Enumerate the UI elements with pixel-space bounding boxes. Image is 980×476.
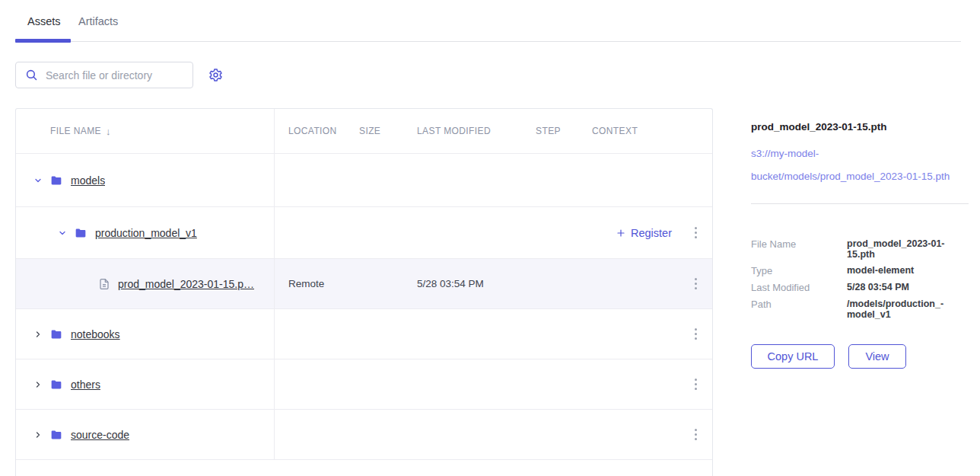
folder-link-notebooks[interactable]: notebooks [71, 328, 120, 340]
column-header-file-name[interactable]: FILE NAME ↓ [16, 109, 275, 153]
view-button[interactable]: View [848, 344, 906, 369]
folder-icon [74, 227, 88, 239]
row-menu-button[interactable] [687, 274, 704, 294]
folder-link-source-code[interactable]: source-code [71, 429, 129, 441]
detail-field-label: Type [751, 266, 847, 276]
row-menu-button[interactable] [687, 375, 704, 395]
chevron-down-icon[interactable] [58, 228, 67, 238]
gear-icon [208, 68, 223, 82]
detail-field-value: prod_model_2023-01- 15.pth [847, 239, 945, 260]
detail-field-file-name: File Name prod_model_2023-01- 15.pth [751, 239, 969, 260]
search-box [15, 62, 193, 88]
folder-link-others[interactable]: others [71, 379, 100, 391]
column-header-context: CONTEXT [578, 126, 676, 136]
register-button-label: Register [631, 227, 672, 239]
detail-field-type: Type model-element [751, 266, 969, 276]
column-header-size: SIZE [345, 126, 403, 136]
table-row-models: models [16, 153, 712, 206]
chevron-right-icon[interactable] [33, 330, 43, 339]
file-last-modified: 5/28 03:54 PM [403, 278, 522, 289]
column-header-file-name-label: FILE NAME [50, 126, 101, 136]
folder-icon [49, 379, 63, 391]
detail-field-value: model-element [847, 266, 914, 276]
detail-actions: Copy URL View [751, 344, 906, 369]
settings-button[interactable] [206, 65, 224, 84]
detail-field-label: File Name [751, 239, 847, 250]
folder-icon [49, 328, 63, 340]
table-header-row: FILE NAME ↓ LOCATION SIZE LAST MODIFIED … [16, 109, 712, 153]
column-header-location: LOCATION [275, 126, 345, 136]
copy-url-button[interactable]: Copy URL [751, 344, 835, 369]
sort-descending-icon[interactable]: ↓ [106, 126, 111, 137]
detail-field-label: Last Modified [751, 283, 847, 293]
chevron-down-icon[interactable] [33, 176, 43, 185]
detail-fields: File Name prod_model_2023-01- 15.pth Typ… [751, 239, 969, 326]
tab-artifacts[interactable]: Artifacts [78, 0, 118, 42]
file-link-prod-model[interactable]: prod_model_2023-01-15.p… [118, 278, 254, 290]
file-location: Remote [275, 278, 345, 289]
detail-field-path: Path /models/production_- model_v1 [751, 299, 969, 320]
row-menu-button[interactable] [687, 425, 704, 445]
detail-s3-url-link[interactable]: s3://my-model- bucket/models/prod_model_… [751, 142, 950, 188]
detail-file-title: prod_model_2023-01-15.pth [751, 121, 887, 133]
chevron-right-icon[interactable] [33, 380, 43, 389]
table-row-source-code: source-code [16, 409, 712, 459]
table-empty-space [16, 459, 712, 476]
plus-icon [616, 228, 625, 238]
detail-divider [751, 203, 969, 204]
search-icon [25, 69, 38, 81]
file-detail-panel: prod_model_2023-01-15.pth s3://my-model-… [751, 108, 972, 476]
register-button[interactable]: Register [616, 207, 672, 258]
search-input[interactable] [46, 69, 186, 81]
folder-link-production-model-v1[interactable]: production_model_v1 [95, 227, 197, 239]
detail-field-last-modified: Last Modified 5/28 03:54 PM [751, 283, 969, 293]
folder-icon [49, 174, 63, 187]
row-menu-button[interactable] [687, 223, 704, 243]
detail-field-label: Path [751, 299, 847, 310]
row-menu-button[interactable] [687, 324, 704, 344]
folder-link-models[interactable]: models [71, 174, 105, 187]
tab-bar: Assets Artifacts [15, 0, 961, 42]
table-row-prod-model-file[interactable]: prod_model_2023-01-15.p… Remote 5/28 03:… [16, 258, 712, 308]
file-icon [98, 277, 110, 291]
tab-assets[interactable]: Assets [27, 0, 61, 42]
table-row-notebooks: notebooks [16, 308, 712, 359]
tab-assets-label: Assets [27, 15, 61, 27]
chevron-right-icon[interactable] [33, 430, 43, 439]
detail-field-value: 5/28 03:54 PM [847, 283, 909, 293]
table-row-others: others [16, 359, 712, 409]
assets-file-table: FILE NAME ↓ LOCATION SIZE LAST MODIFIED … [15, 108, 713, 476]
active-tab-indicator [15, 39, 71, 43]
table-row-production-model-v1: production_model_v1 Register [16, 206, 712, 258]
tab-artifacts-label: Artifacts [78, 15, 118, 27]
folder-icon [49, 429, 63, 441]
column-header-step: STEP [522, 126, 578, 136]
column-header-last-modified: LAST MODIFIED [403, 126, 522, 136]
detail-field-value: /models/production_- model_v1 [847, 299, 943, 320]
